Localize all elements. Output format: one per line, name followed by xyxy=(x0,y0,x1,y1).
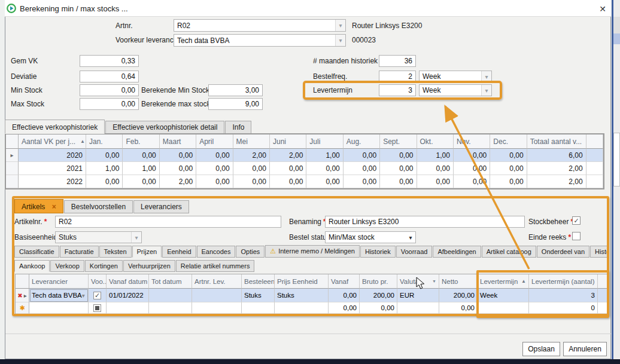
cell-valuta[interactable]: EUR xyxy=(397,289,439,302)
tab-facturatie[interactable]: Facturatie xyxy=(60,246,99,258)
cancel-button[interactable]: Annuleren xyxy=(563,342,607,356)
cell-leverancier[interactable] xyxy=(29,302,89,314)
deviatie-field[interactable]: 0,64 xyxy=(80,71,139,82)
delete-row-icon[interactable]: ✖ xyxy=(17,292,22,299)
tab-leveranciers[interactable]: Leveranciers xyxy=(133,200,189,213)
grid-cell[interactable]: 0,00 xyxy=(417,175,454,188)
supplier-row[interactable]: ✖▸ Tech data BVBA▾⋯ ✓ 01/01/2022 Stuks S… xyxy=(16,289,609,302)
grid-cell[interactable]: 0,00 xyxy=(123,175,159,188)
chevron-down-icon[interactable]: ▾ xyxy=(481,85,491,96)
history-row[interactable]: 20211,001,000,000,000,000,000,000,000,00… xyxy=(6,162,603,175)
bestelfreq-unit-combo[interactable]: Week ▾ xyxy=(419,71,492,82)
tab-kortingen[interactable]: Kortingen xyxy=(85,260,123,272)
grid-cell[interactable]: 1,00 xyxy=(123,162,159,175)
grid-cell[interactable]: 2020 xyxy=(19,149,86,162)
bestel-status-combo[interactable]: Min/Max stock ▾ xyxy=(325,231,416,243)
chevron-down-icon[interactable]: ▾ xyxy=(335,35,345,46)
tab-interne-memo[interactable]: ⚠Interne memo / Meldingen xyxy=(265,245,360,258)
tab-eenheid[interactable]: Eenheid xyxy=(162,246,196,258)
cell-bruto[interactable]: 0,00 xyxy=(360,302,397,314)
grid-cell[interactable]: 2,00 xyxy=(233,149,270,162)
chevron-down-icon[interactable]: ▾ xyxy=(406,232,415,243)
history-row[interactable]: ▸20200,000,000,000,002,002,001,000,000,0… xyxy=(6,149,603,162)
tab-effectieve-verkoophistoriek-detail[interactable]: Effectieve verkoophistoriek detail xyxy=(105,121,224,134)
artikelnr-field[interactable]: R02 xyxy=(55,216,281,228)
grid-cell[interactable]: 1,00 xyxy=(417,149,454,162)
tab-verkoop[interactable]: Verkoop xyxy=(50,260,84,272)
cell-vanaf[interactable]: 0,00 xyxy=(329,302,360,314)
cell-levertermijn-aantal[interactable]: 0 xyxy=(529,302,598,314)
grid-cell[interactable]: 2,00 xyxy=(527,162,586,175)
chevron-down-icon[interactable]: ▾ xyxy=(481,71,491,82)
column-header-levertermijn-aantal[interactable]: Levertermijn (aantal) xyxy=(529,274,598,289)
grid-cell[interactable]: 0,00 xyxy=(306,175,343,188)
column-header[interactable]: Dec. xyxy=(490,134,527,149)
tab-relatie-artikel-nummers[interactable]: Relatie artikel nummers xyxy=(176,260,255,272)
basiseenheid-combo[interactable]: Stuks ▾ xyxy=(55,231,142,243)
gem-vk-field[interactable]: 0,33 xyxy=(80,55,139,67)
cell-leverancier[interactable]: Tech data BVBA▾⋯ xyxy=(29,289,89,302)
column-header-valuta[interactable]: Valuta▼ xyxy=(397,274,439,289)
grid-cell[interactable]: 0,00 xyxy=(344,162,380,175)
grid-cell[interactable]: 2,00 xyxy=(527,175,586,188)
tab-prijzen[interactable]: Prijzen xyxy=(132,246,162,258)
column-header-artnr-lev[interactable]: Artnr. Lev. xyxy=(192,274,242,289)
column-header[interactable]: Feb. xyxy=(123,134,159,149)
tab-aankoop[interactable]: Aankoop xyxy=(14,260,50,272)
tab-close-icon[interactable]: × xyxy=(52,203,56,211)
row-marker[interactable] xyxy=(6,162,19,175)
tab-historiek-verhuring[interactable]: Historiek verhuring xyxy=(590,246,608,258)
grid-cell[interactable]: 0,00 xyxy=(270,175,306,188)
cell-levertermijn[interactable]: Week xyxy=(478,289,529,302)
tab-artikels[interactable]: Artikels × xyxy=(14,199,63,213)
cell-prijs-eenheid[interactable]: Stuks xyxy=(275,289,329,302)
column-header-besteleenheid[interactable]: Besteleenheid xyxy=(242,274,275,289)
grid-cell[interactable]: 0,00 xyxy=(490,149,527,162)
grid-cell[interactable]: 0,00 xyxy=(123,149,159,162)
row-marker[interactable]: ✖▸ xyxy=(16,289,29,302)
cell-netto[interactable]: 0,00 xyxy=(439,302,478,314)
column-header[interactable]: Jan. xyxy=(86,134,123,149)
grid-cell[interactable]: 0,00 xyxy=(454,162,490,175)
tab-afbeeldingen[interactable]: Afbeeldingen xyxy=(433,246,481,258)
column-header-netto[interactable]: Netto xyxy=(439,274,478,289)
cell-artnr-lev[interactable] xyxy=(192,289,242,302)
column-header[interactable]: Okt. xyxy=(417,134,454,149)
grid-cell[interactable]: 2,00 xyxy=(270,149,306,162)
column-header[interactable]: Sept. xyxy=(380,134,417,149)
stockbeheer-checkbox[interactable]: ✓ xyxy=(572,216,581,225)
column-header[interactable]: Mei xyxy=(233,134,270,149)
grid-cell[interactable]: 2022 xyxy=(19,175,86,188)
artnr-combo[interactable]: R02 ▾ xyxy=(174,19,346,32)
maanden-historiek-field[interactable]: 36 xyxy=(379,55,416,67)
chevron-down-icon[interactable]: ▾ xyxy=(131,232,141,243)
tab-bestelvoorstellen[interactable]: Bestelvoorstellen xyxy=(64,200,133,213)
tab-info[interactable]: Info xyxy=(225,121,251,134)
grid-cell[interactable]: 0,00 xyxy=(196,175,233,188)
cell-bruto[interactable]: 200,00 xyxy=(360,289,397,302)
grid-cell[interactable]: 0,00 xyxy=(380,162,417,175)
column-header-tot-datum[interactable]: Tot datum xyxy=(149,274,192,289)
tab-effectieve-verkoophistoriek[interactable]: Effectieve verkoophistoriek xyxy=(5,120,105,134)
voorkeur-leverancier-combo[interactable]: Tech data BVBA ▾ xyxy=(174,34,346,47)
tab-voorraad[interactable]: Voorraad xyxy=(396,246,433,258)
grid-cell[interactable]: 0,00 xyxy=(454,149,490,162)
column-header[interactable]: Maart xyxy=(160,134,196,149)
grid-cell[interactable]: 0,00 xyxy=(196,162,233,175)
grid-cell[interactable]: 0,00 xyxy=(86,149,123,162)
column-header-voorkeur[interactable]: Voo...▼ xyxy=(89,274,107,289)
column-header-leverancier[interactable]: Leverancier xyxy=(29,274,89,289)
cell-vanaf[interactable]: 0,00 xyxy=(329,289,360,302)
berekende-max-field[interactable]: 9,00 xyxy=(208,98,263,110)
cell-prijs-eenheid[interactable] xyxy=(275,302,329,314)
tab-eancodes[interactable]: Eancodes xyxy=(197,246,236,258)
column-header[interactable]: Juli xyxy=(306,134,343,149)
column-header-bruto[interactable]: Bruto pr. xyxy=(360,274,397,289)
benaming-field[interactable]: Router Linksys E3200 xyxy=(325,216,525,228)
grid-cell[interactable]: 0,00 xyxy=(344,149,380,162)
tab-historiek[interactable]: Historiek xyxy=(360,246,396,258)
column-header-vanaf[interactable]: Vanaf xyxy=(329,274,360,289)
grid-cell[interactable]: 0,00 xyxy=(160,149,196,162)
levertermijn-field[interactable]: 3 xyxy=(379,84,416,96)
row-marker[interactable] xyxy=(6,175,19,188)
